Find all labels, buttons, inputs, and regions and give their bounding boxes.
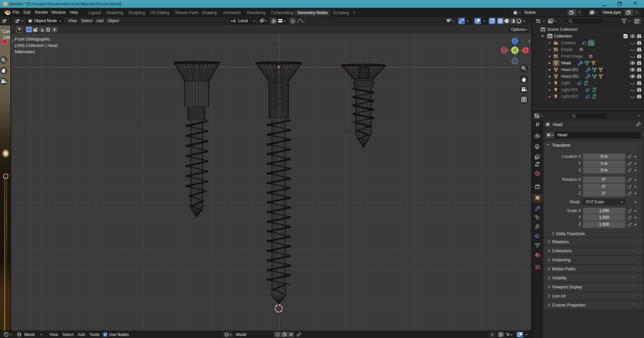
svg-text:-Y: -Y xyxy=(513,49,517,52)
svg-text:X: X xyxy=(525,49,527,52)
svg-text:Z: Z xyxy=(514,39,516,43)
